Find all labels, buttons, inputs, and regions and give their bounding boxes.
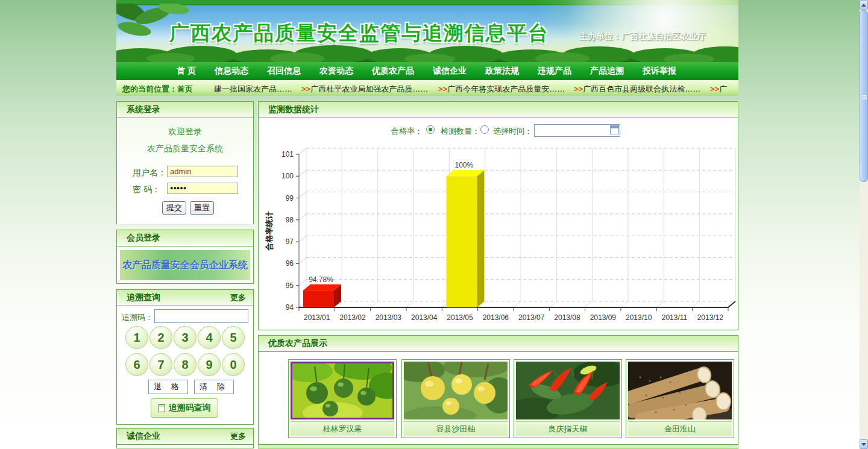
- trace-code-input[interactable]: [154, 309, 248, 323]
- member-banner-text: 农产品质量安全会员企业系统: [122, 259, 248, 272]
- svg-text:94.78%: 94.78%: [309, 275, 333, 284]
- quality-products-panel: 优质农产品展示 桂林罗汉果: [258, 335, 738, 445]
- member-login-title: 会员登录: [127, 233, 160, 243]
- scroll-up-button[interactable]: [860, 0, 868, 10]
- quality-products-title: 优质农产品展示: [268, 338, 327, 349]
- pass-rate-label: 合格率：: [391, 126, 423, 137]
- product-card-shatianyou[interactable]: 容县沙田柚: [401, 359, 510, 438]
- product-name: 桂林罗汉果: [291, 421, 394, 436]
- pass-rate-radio[interactable]: [426, 125, 435, 134]
- trace-query-more-link[interactable]: 更多: [230, 292, 246, 303]
- svg-text:2013/02: 2013/02: [339, 313, 366, 322]
- honest-enterprise-more-link[interactable]: 更多: [230, 431, 246, 442]
- nav-item-3[interactable]: 农资动态: [319, 66, 353, 77]
- calendar-icon[interactable]: [610, 125, 619, 134]
- nav-item-6[interactable]: 政策法规: [485, 66, 519, 77]
- pass-rate-bar-chart: 9495969798991001012013/012013/022013/032…: [259, 138, 739, 325]
- svg-text:2013/03: 2013/03: [376, 313, 402, 322]
- ticker-mark: >>: [710, 84, 719, 93]
- submit-button[interactable]: 提交: [162, 201, 186, 215]
- svg-text:95: 95: [286, 281, 294, 290]
- scrollbar-thumb[interactable]: [860, 10, 868, 182]
- numpad-key-6[interactable]: 6: [125, 353, 148, 376]
- ticker-text: 广西百色市县两级联合执法检……: [583, 84, 700, 93]
- product-image-luohanguo: [291, 362, 394, 419]
- trace-code-label: 追溯码：: [122, 312, 153, 323]
- ticker-item-4[interactable]: >>广: [710, 84, 727, 95]
- password-label: 密 码：: [133, 184, 160, 195]
- system-login-title: 系统登录: [127, 104, 160, 115]
- nav-item-9[interactable]: 投诉举报: [643, 66, 676, 77]
- product-image-shatianyou: [404, 362, 508, 419]
- ticker-mark: >>: [438, 84, 447, 93]
- nav-item-1[interactable]: 信息动态: [215, 66, 248, 77]
- ticker-mark: >>: [301, 84, 310, 93]
- member-system-banner[interactable]: 农产品质量安全会员企业系统: [120, 250, 250, 280]
- svg-text:101: 101: [281, 150, 294, 159]
- clear-button[interactable]: 清 除: [194, 380, 234, 394]
- product-card-zhitianjiao[interactable]: 良庆指天椒: [514, 359, 622, 438]
- numpad-key-5[interactable]: 5: [222, 326, 245, 349]
- svg-text:2013/08: 2013/08: [554, 313, 580, 322]
- product-name: 良庆指天椒: [516, 421, 620, 436]
- trace-code-query-button[interactable]: 追溯码查询: [151, 398, 218, 418]
- svg-text:98: 98: [286, 216, 294, 224]
- ticker-item-3[interactable]: >>广西百色市县两级联合执法检……: [574, 84, 700, 95]
- svg-text:2013/09: 2013/09: [590, 313, 617, 322]
- svg-text:2013/07: 2013/07: [518, 313, 545, 322]
- nav-item-5[interactable]: 诚信企业: [433, 66, 467, 77]
- ticker-item-1[interactable]: >>广西桂平农业局加强农产品质……: [301, 84, 428, 95]
- numpad-key-9[interactable]: 9: [198, 353, 221, 376]
- numpad-key-0[interactable]: 0: [222, 353, 245, 376]
- svg-text:2013/11: 2013/11: [662, 313, 688, 322]
- member-login-panel: 会员登录 农产品质量安全会员企业系统: [116, 230, 254, 284]
- svg-text:2013/06: 2013/06: [483, 313, 509, 322]
- nav-item-4[interactable]: 优质农产品: [372, 66, 414, 77]
- numpad-key-7[interactable]: 7: [149, 353, 172, 376]
- time-label: 选择时间：: [493, 126, 532, 137]
- main-nav: 首 页信息动态召回信息农资动态优质农产品诚信企业政策法规违规产品产品追溯投诉举报: [116, 62, 738, 80]
- site-sponsor: 主办单位：广西壮族自治区农业厅: [579, 31, 706, 42]
- scroll-down-button[interactable]: [860, 439, 868, 449]
- svg-text:2013/01: 2013/01: [304, 313, 330, 322]
- system-name-text: 农产品质量安全系统: [117, 143, 253, 154]
- date-input[interactable]: [534, 124, 620, 137]
- nav-item-7[interactable]: 违规产品: [538, 66, 571, 77]
- ticker-item-0[interactable]: 建一批国家农产品……: [214, 84, 292, 95]
- svg-text:2013/05: 2013/05: [447, 313, 473, 322]
- svg-text:2013/04: 2013/04: [411, 313, 438, 322]
- honest-enterprise-panel: 诚信企业 更多: [116, 428, 254, 448]
- reset-button[interactable]: 重置: [190, 201, 214, 215]
- numpad-key-4[interactable]: 4: [198, 326, 221, 349]
- count-radio[interactable]: [480, 125, 489, 134]
- nav-item-0[interactable]: 首 页: [177, 66, 196, 77]
- welcome-text: 欢迎登录: [117, 127, 253, 137]
- numpad-key-1[interactable]: 1: [125, 326, 148, 349]
- numpad-key-2[interactable]: 2: [149, 326, 172, 349]
- document-icon: [159, 404, 165, 412]
- product-card-luohanguo[interactable]: 桂林罗汉果: [288, 359, 397, 438]
- product-image-zhitianjiao: [516, 362, 620, 419]
- product-card-huaishan[interactable]: 金田淮山: [626, 359, 734, 438]
- arrow-up-icon: [861, 4, 866, 7]
- backspace-button[interactable]: 退 格: [148, 380, 188, 394]
- count-label: 检测数量：: [441, 126, 480, 137]
- ticker-text: 广: [719, 84, 727, 93]
- username-label: 用户名：: [133, 168, 166, 178]
- scrollbar-grip: [862, 94, 867, 99]
- trace-query-button-label: 追溯码查询: [169, 403, 211, 413]
- trace-query-title: 追溯查询: [127, 292, 160, 303]
- vertical-scrollbar[interactable]: [860, 0, 868, 449]
- nav-item-8[interactable]: 产品追溯: [590, 66, 624, 77]
- trace-query-panel: 追溯查询 更多 追溯码： 1234567890 退 格 清 除 追溯码查询: [116, 289, 254, 425]
- svg-text:合格率统计: 合格率统计: [265, 212, 274, 251]
- numpad-key-8[interactable]: 8: [174, 353, 197, 376]
- ticker-text: 广西桂平农业局加强农产品质……: [310, 84, 428, 93]
- svg-text:99: 99: [286, 194, 294, 203]
- password-field[interactable]: ●●●●●: [167, 183, 238, 194]
- nav-item-2[interactable]: 召回信息: [267, 66, 301, 77]
- svg-text:2013/10: 2013/10: [626, 313, 652, 322]
- ticker-item-2[interactable]: >>广西今年将实现农产品质量安……: [438, 84, 565, 95]
- username-field[interactable]: admin: [167, 166, 238, 177]
- numpad-key-3[interactable]: 3: [174, 326, 197, 349]
